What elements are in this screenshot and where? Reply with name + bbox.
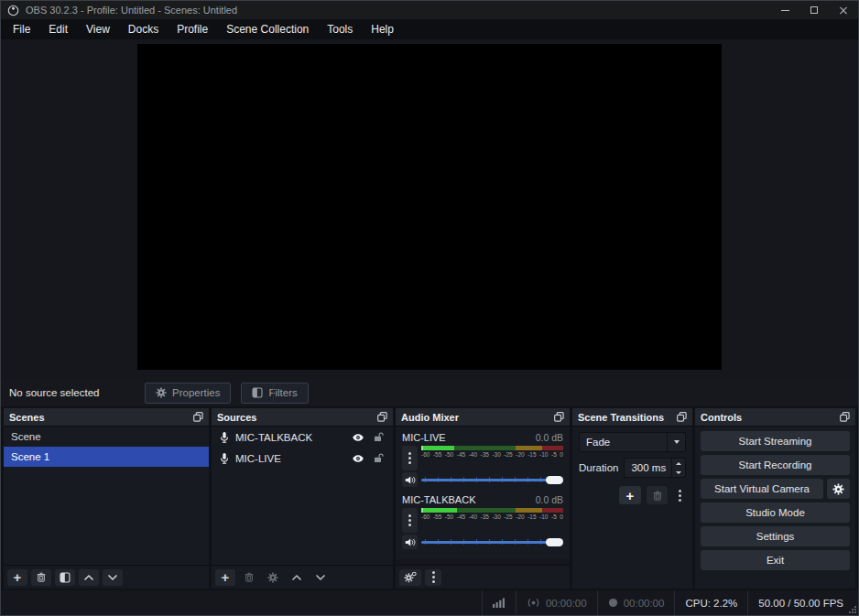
chevron-up-icon bbox=[83, 574, 94, 581]
filter-icon bbox=[60, 572, 71, 583]
visibility-eye-icon[interactable] bbox=[351, 454, 365, 463]
plus-icon: + bbox=[626, 489, 635, 503]
cpu-usage: CPU: 2.2% bbox=[685, 598, 737, 609]
popout-icon[interactable] bbox=[677, 412, 687, 422]
menu-tools[interactable]: Tools bbox=[318, 19, 362, 39]
scene-row[interactable]: Scene bbox=[4, 427, 209, 447]
kebab-icon bbox=[432, 571, 435, 583]
broadcast-icon bbox=[527, 598, 540, 608]
menu-view[interactable]: View bbox=[77, 19, 119, 39]
properties-button[interactable]: Properties bbox=[145, 383, 231, 404]
scene-label: Scene bbox=[11, 431, 41, 442]
duration-spinbox[interactable]: 300 ms bbox=[624, 458, 686, 478]
advanced-audio-properties-button[interactable] bbox=[399, 569, 421, 586]
transition-menu-button[interactable] bbox=[673, 487, 686, 503]
popout-icon[interactable] bbox=[377, 412, 387, 422]
move-scene-down-button[interactable] bbox=[103, 569, 123, 586]
audio-mixer-body: MIC-LIVE 0.0 dB -60-55- bbox=[396, 427, 570, 565]
menu-docks[interactable]: Docks bbox=[119, 19, 168, 39]
add-source-button[interactable]: + bbox=[215, 569, 235, 586]
chevron-down-icon bbox=[674, 440, 680, 444]
move-scene-up-button[interactable] bbox=[79, 569, 99, 586]
transition-select[interactable]: Fade bbox=[579, 432, 686, 452]
kebab-icon bbox=[679, 490, 681, 502]
audio-mixer-header: Audio Mixer bbox=[396, 408, 570, 427]
visibility-eye-icon[interactable] bbox=[351, 433, 365, 442]
volume-slider[interactable] bbox=[421, 535, 563, 548]
source-properties-button[interactable] bbox=[263, 569, 283, 586]
menu-scene-collection[interactable]: Scene Collection bbox=[217, 19, 318, 39]
lock-open-icon[interactable] bbox=[371, 452, 386, 464]
audio-mixer-title: Audio Mixer bbox=[401, 412, 554, 423]
preview-area bbox=[1, 39, 858, 379]
volume-slider-handle[interactable] bbox=[546, 538, 563, 546]
menu-help[interactable]: Help bbox=[362, 19, 403, 39]
add-transition-button[interactable]: + bbox=[619, 486, 641, 504]
volume-slider[interactable] bbox=[421, 473, 563, 486]
popout-icon[interactable] bbox=[840, 412, 850, 422]
start-recording-button[interactable]: Start Recording bbox=[701, 455, 850, 475]
sources-title: Sources bbox=[217, 412, 377, 423]
cpu-usage-cell: CPU: 2.2% bbox=[674, 590, 747, 615]
chevron-up-icon bbox=[676, 462, 681, 465]
filters-button[interactable]: Filters bbox=[241, 383, 308, 404]
settings-button[interactable]: Settings bbox=[701, 526, 850, 546]
stream-timer: 00:00:00 bbox=[546, 598, 587, 609]
virtual-camera-settings-button[interactable] bbox=[827, 479, 850, 499]
menu-file[interactable]: File bbox=[4, 19, 39, 39]
source-label: MIC-TALKBACK bbox=[235, 432, 345, 443]
signal-bars-icon bbox=[493, 598, 506, 608]
remove-source-button[interactable] bbox=[239, 569, 259, 586]
channel-level-db: 0.0 dB bbox=[536, 494, 563, 505]
start-virtual-camera-button[interactable]: Start Virtual Camera bbox=[701, 479, 823, 499]
mixer-menu-button[interactable] bbox=[425, 569, 441, 586]
move-source-up-button[interactable] bbox=[287, 569, 307, 586]
mixer-channel: MIC-TALKBACK 0.0 dB -60 bbox=[402, 493, 563, 549]
microphone-icon bbox=[219, 452, 230, 465]
title-bar: OBS 30.2.3 - Profile: Untitled - Scenes:… bbox=[1, 1, 858, 19]
close-icon bbox=[839, 5, 848, 15]
menu-edit[interactable]: Edit bbox=[39, 19, 77, 39]
trash-icon bbox=[36, 571, 47, 583]
remove-scene-button[interactable] bbox=[31, 569, 51, 586]
studio-mode-button[interactable]: Studio Mode bbox=[701, 503, 850, 523]
volume-slider-handle[interactable] bbox=[546, 476, 563, 484]
gear-icon bbox=[832, 483, 844, 495]
mute-button[interactable] bbox=[402, 535, 418, 549]
plus-icon: + bbox=[222, 570, 230, 584]
status-bar: 00:00:00 00:00:00 CPU: 2.2% 50.00 / 50.0… bbox=[1, 590, 858, 615]
fps-cell: 50.00 / 50.00 FPS bbox=[747, 590, 858, 615]
channel-menu-button[interactable] bbox=[402, 508, 418, 533]
controls-header: Controls bbox=[695, 408, 855, 427]
obs-window: OBS 30.2.3 - Profile: Untitled - Scenes:… bbox=[0, 0, 859, 616]
fps-value: 50.00 / 50.00 FPS bbox=[758, 598, 843, 609]
spin-down-button[interactable] bbox=[672, 468, 685, 477]
dropdown-arrow-zone[interactable] bbox=[667, 433, 685, 451]
menu-profile[interactable]: Profile bbox=[168, 19, 217, 39]
channel-menu-button[interactable] bbox=[402, 446, 418, 470]
connection-quality-cell bbox=[482, 590, 516, 615]
scene-transitions-title: Scene Transitions bbox=[578, 412, 677, 423]
add-scene-button[interactable]: + bbox=[7, 569, 27, 586]
source-row[interactable]: MIC-TALKBACK bbox=[212, 427, 393, 448]
scene-filters-button[interactable] bbox=[55, 569, 75, 586]
mute-button[interactable] bbox=[402, 472, 418, 487]
resize-grip[interactable] bbox=[849, 606, 856, 613]
kebab-icon bbox=[408, 452, 411, 464]
volume-meter bbox=[421, 446, 563, 450]
minimize-button[interactable] bbox=[770, 1, 799, 19]
spin-up-button[interactable] bbox=[672, 459, 685, 468]
source-row[interactable]: MIC-LIVE bbox=[212, 448, 393, 469]
scene-row-selected[interactable]: Scene 1 bbox=[4, 447, 209, 467]
popout-icon[interactable] bbox=[554, 412, 564, 422]
exit-button[interactable]: Exit bbox=[701, 550, 850, 570]
move-source-down-button[interactable] bbox=[310, 569, 331, 586]
maximize-button[interactable] bbox=[799, 1, 829, 19]
popout-icon[interactable] bbox=[193, 412, 203, 422]
start-streaming-button[interactable]: Start Streaming bbox=[701, 431, 850, 451]
speaker-icon bbox=[404, 475, 416, 485]
lock-open-icon[interactable] bbox=[371, 431, 386, 443]
preview-canvas bbox=[137, 44, 722, 370]
close-button[interactable] bbox=[829, 1, 858, 19]
remove-transition-button[interactable] bbox=[647, 486, 668, 504]
